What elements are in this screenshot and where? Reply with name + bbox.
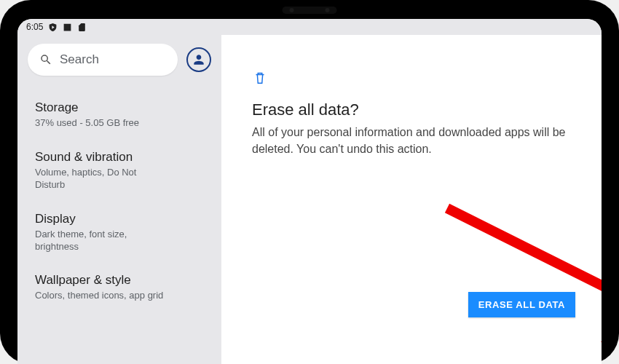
sidebar-item-subtitle: Colors, themed icons, app grid bbox=[35, 290, 166, 302]
search-row: Search bbox=[28, 44, 211, 76]
settings-sidebar: Search Storage 37% used - 5.05 GB free S… bbox=[17, 35, 221, 364]
page-description: All of your personal information and dow… bbox=[252, 124, 571, 157]
page-title: Erase all data? bbox=[252, 100, 571, 119]
sidebar-item-title: Display bbox=[35, 212, 207, 226]
sd-card-icon bbox=[77, 23, 87, 32]
content-area: Search Storage 37% used - 5.05 GB free S… bbox=[17, 35, 602, 364]
sidebar-item-subtitle: Volume, haptics, Do Not Disturb bbox=[35, 167, 166, 191]
status-time: 6:05 bbox=[26, 22, 43, 32]
app-box-icon bbox=[63, 23, 72, 32]
camera-notch bbox=[283, 7, 337, 14]
search-placeholder: Search bbox=[60, 52, 99, 67]
person-icon bbox=[192, 52, 206, 67]
play-protect-icon bbox=[48, 23, 58, 32]
sidebar-item-sound[interactable]: Sound & vibration Volume, haptics, Do No… bbox=[28, 141, 211, 203]
sidebar-item-subtitle: Dark theme, font size, brightness bbox=[35, 229, 166, 253]
tablet-frame: 6:05 Search bbox=[0, 0, 619, 364]
search-input[interactable]: Search bbox=[28, 44, 178, 76]
screen: 6:05 Search bbox=[17, 19, 602, 364]
search-icon bbox=[39, 53, 52, 66]
sidebar-item-title: Storage bbox=[35, 100, 207, 115]
main-panel: Erase all data? All of your personal inf… bbox=[221, 35, 602, 364]
sidebar-item-title: Wallpaper & style bbox=[35, 273, 207, 288]
sidebar-item-storage[interactable]: Storage 37% used - 5.05 GB free bbox=[28, 92, 211, 141]
sidebar-item-title: Sound & vibration bbox=[35, 150, 207, 165]
status-bar: 6:05 bbox=[17, 19, 602, 35]
sidebar-item-subtitle: 37% used - 5.05 GB free bbox=[35, 117, 166, 130]
sidebar-item-display[interactable]: Display Dark theme, font size, brightnes… bbox=[28, 203, 211, 265]
trash-icon bbox=[252, 70, 571, 89]
account-avatar[interactable] bbox=[186, 47, 211, 72]
erase-all-data-button[interactable]: ERASE ALL DATA bbox=[468, 292, 575, 317]
annotation-arrow bbox=[440, 201, 602, 354]
sidebar-item-wallpaper[interactable]: Wallpaper & style Colors, themed icons, … bbox=[28, 264, 211, 314]
